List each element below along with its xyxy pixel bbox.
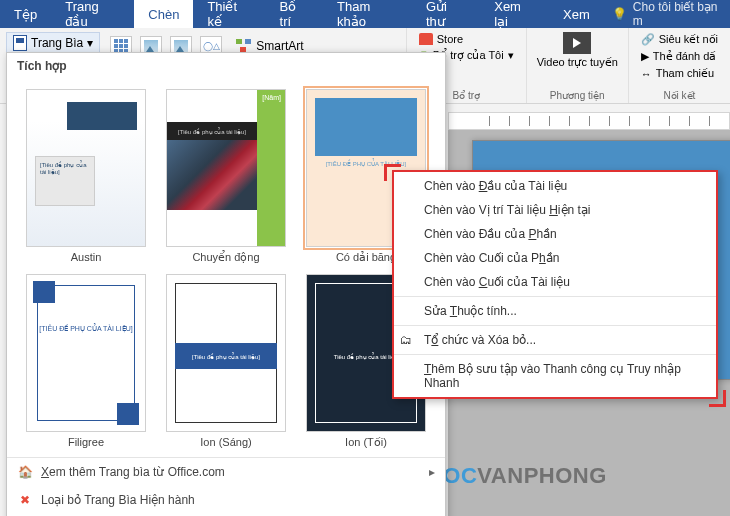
tab-bocuc[interactable]: Bố trí	[266, 0, 323, 28]
cover-page-button[interactable]: Trang Bìa ▾	[6, 32, 100, 54]
remove-icon: ✖	[17, 492, 33, 508]
tell-me-text: Cho tôi biết bạn m	[633, 0, 722, 28]
dropdown-icon: ▾	[508, 49, 514, 62]
organize-icon: 🗂	[400, 333, 416, 347]
tab-thamkhao[interactable]: Tham khảo	[323, 0, 412, 28]
svg-rect-1	[245, 39, 251, 44]
cm-insert-doc-start[interactable]: Chèn vào Đầu của Tài liệu	[394, 174, 716, 198]
cover-item-filigree[interactable]: [TIÊU ĐỀ PHỤ CỦA TÀI LIỆU] Filigree	[17, 270, 155, 453]
cm-insert-current-pos[interactable]: Chèn vào Vị trí Tài liệu Hiện tại	[394, 198, 716, 222]
horizontal-ruler[interactable]	[448, 112, 730, 130]
cross-reference-button[interactable]: ↔Tham chiếu	[639, 66, 716, 81]
cm-insert-doc-end[interactable]: Chèn vào Cuối của Tài liệu	[394, 270, 716, 297]
hyperlink-button[interactable]: 🔗Siêu kết nối	[639, 32, 720, 47]
more-from-office-link[interactable]: 🏠 Xem thêm Trang bìa từ Office.com ▸	[7, 458, 445, 486]
tab-xem[interactable]: Xem	[549, 0, 604, 28]
bulb-icon: 💡	[612, 7, 627, 21]
store-icon	[419, 33, 433, 45]
tab-chen[interactable]: Chèn	[134, 0, 193, 28]
gallery-header: Tích hợp	[7, 53, 445, 79]
tab-xemlai[interactable]: Xem lại	[480, 0, 549, 28]
crossref-icon: ↔	[641, 68, 652, 80]
cover-item-austin[interactable]: [Tiêu đề phụ của tài liệu] Austin	[17, 85, 155, 268]
chevron-right-icon: ▸	[429, 465, 435, 479]
tab-guithu[interactable]: Gửi thư	[412, 0, 480, 28]
cover-item-ion-sang[interactable]: [Tiêu đề phụ của tài liệu] Ion (Sáng)	[157, 270, 295, 453]
cover-page-label: Trang Bìa	[31, 36, 83, 50]
link-icon: 🔗	[641, 33, 655, 46]
dropdown-icon: ▾	[87, 36, 93, 50]
online-video-button[interactable]	[563, 32, 591, 54]
cover-page-gallery: Tích hợp [Tiêu đề phụ của tài liệu] Aust…	[6, 52, 446, 516]
smartart-icon	[236, 39, 252, 53]
smartart-label: SmartArt	[256, 39, 303, 53]
video-label: Video trực tuyến	[537, 56, 618, 68]
svg-rect-0	[236, 39, 242, 44]
cm-add-to-qat[interactable]: Thêm Bộ sưu tập vào Thanh công cụ Truy n…	[394, 357, 716, 395]
tab-thietke[interactable]: Thiết kế	[193, 0, 265, 28]
group-label-media: Phương tiện	[550, 90, 605, 101]
remove-cover-page[interactable]: ✖ Loại bỏ Trang Bìa Hiện hành	[7, 486, 445, 514]
cm-organize-delete[interactable]: 🗂Tổ chức và Xóa bỏ...	[394, 328, 716, 355]
ribbon-tabs: Tệp Trang đầu Chèn Thiết kế Bố trí Tham …	[0, 0, 730, 28]
tab-trangdau[interactable]: Trang đầu	[51, 0, 134, 28]
group-label-links: Nối kết	[663, 90, 695, 101]
store-button[interactable]: Store	[417, 32, 465, 46]
ribbon-group-links: 🔗Siêu kết nối ▶Thẻ đánh dấ ↔Tham chiếu N…	[628, 28, 730, 103]
cover-item-chuyendong[interactable]: [Năm][Tiêu đề phụ của tài liệu] Chuyển đ…	[157, 85, 295, 268]
bookmark-button[interactable]: ▶Thẻ đánh dấ	[639, 49, 719, 64]
cover-context-menu: Chèn vào Đầu của Tài liệu Chèn vào Vị tr…	[392, 170, 718, 399]
bookmark-icon: ▶	[641, 50, 649, 63]
tell-me-search[interactable]: 💡 Cho tôi biết bạn m	[604, 0, 730, 28]
office-icon: 🏠	[17, 464, 33, 480]
cm-edit-properties[interactable]: Sửa Thuộc tính...	[394, 299, 716, 326]
group-label-addins: Bổ trợ	[452, 90, 480, 101]
tab-tep[interactable]: Tệp	[0, 0, 51, 28]
ribbon-group-media: Video trực tuyến Phương tiện	[526, 28, 628, 103]
cm-insert-section-end[interactable]: Chèn vào Cuối của Phần	[394, 246, 716, 270]
cover-page-icon	[13, 35, 27, 51]
cm-insert-section-start[interactable]: Chèn vào Đầu của Phần	[394, 222, 716, 246]
